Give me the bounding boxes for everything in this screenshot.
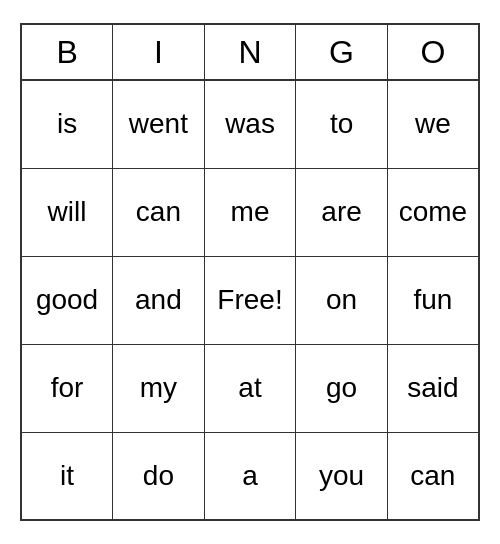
header-col-n: N [204,24,296,80]
cell-r0-c1: went [113,80,205,168]
cell-r0-c2: was [204,80,296,168]
cell-r4-c1: do [113,432,205,520]
table-row: itdoayoucan [21,432,479,520]
header-col-o: O [387,24,479,80]
cell-r1-c3: are [296,168,387,256]
cell-r4-c3: you [296,432,387,520]
cell-r1-c0: will [21,168,113,256]
cell-r4-c4: can [387,432,479,520]
header-col-b: B [21,24,113,80]
cell-r1-c1: can [113,168,205,256]
cell-r2-c2: Free! [204,256,296,344]
cell-r4-c0: it [21,432,113,520]
cell-r2-c1: and [113,256,205,344]
table-row: formyatgosaid [21,344,479,432]
cell-r1-c4: come [387,168,479,256]
cell-r2-c3: on [296,256,387,344]
header-row: BINGO [21,24,479,80]
bingo-card: BINGO iswentwastowewillcanmearecomegooda… [20,23,480,521]
cell-r0-c4: we [387,80,479,168]
cell-r3-c2: at [204,344,296,432]
table-row: iswentwastowe [21,80,479,168]
cell-r2-c4: fun [387,256,479,344]
bingo-header: BINGO [21,24,479,80]
cell-r3-c1: my [113,344,205,432]
bingo-body: iswentwastowewillcanmearecomegoodandFree… [21,80,479,520]
cell-r4-c2: a [204,432,296,520]
cell-r0-c0: is [21,80,113,168]
table-row: willcanmearecome [21,168,479,256]
header-col-g: G [296,24,387,80]
table-row: goodandFree!onfun [21,256,479,344]
cell-r1-c2: me [204,168,296,256]
cell-r0-c3: to [296,80,387,168]
header-col-i: I [113,24,205,80]
cell-r2-c0: good [21,256,113,344]
cell-r3-c3: go [296,344,387,432]
cell-r3-c0: for [21,344,113,432]
cell-r3-c4: said [387,344,479,432]
